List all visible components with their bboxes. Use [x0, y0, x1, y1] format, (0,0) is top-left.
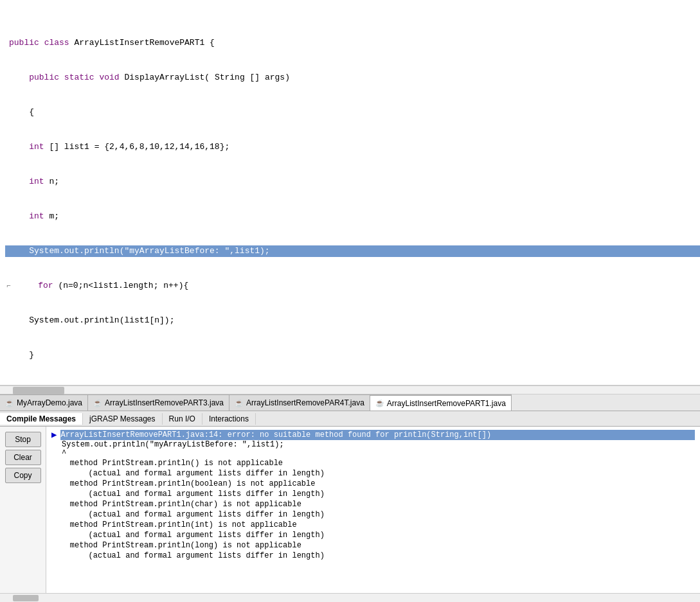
java-icon-3: ☕: [235, 399, 244, 407]
main-error-text: ArrayListInsertRemovePART1.java:14: erro…: [60, 430, 695, 440]
tab-label-4: ArrayListInsertRemovePART1.java: [387, 399, 506, 408]
error-code-ref: System.out.println("myArrayListBefore: "…: [51, 440, 695, 449]
tab-runio-label: Run I/O: [169, 414, 195, 423]
tab-run-io[interactable]: Run I/O: [163, 413, 202, 425]
code-line-7: System.out.println("myArrayListBefore: "…: [5, 245, 700, 257]
tab-interactions[interactable]: Interactions: [202, 413, 256, 425]
stop-button[interactable]: Stop: [5, 432, 41, 447]
clear-button[interactable]: Clear: [5, 450, 41, 465]
error-method-5-detail: (actual and formal argument lists differ…: [51, 551, 695, 561]
code-line-9: System.out.println(list1[n]);: [5, 315, 700, 326]
error-method-2-detail: (actual and formal argument lists differ…: [51, 489, 695, 499]
error-method-1-detail: (actual and formal argument lists differ…: [51, 468, 695, 479]
tab-bar: ☕ MyArrayDemo.java ☕ ArrayListInsertRemo…: [0, 394, 700, 411]
code-line-10: }: [5, 350, 700, 361]
code-line-11: System.out.print("myArrayListNow: ",list…: [5, 384, 700, 385]
tab-arraylistpart1[interactable]: ☕ ArrayListInsertRemovePART1.java: [370, 394, 512, 411]
copy-button[interactable]: Copy: [5, 468, 41, 483]
error-output: ▶ ArrayListInsertRemovePART1.java:14: er…: [46, 427, 700, 593]
tab-compile-messages[interactable]: Compile Messages: [0, 413, 83, 425]
code-editor[interactable]: public class ArrayListInsertRemovePART1 …: [0, 0, 700, 385]
tab-interactions-label: Interactions: [209, 414, 249, 423]
code-line-1: public class ArrayListInsertRemovePART1 …: [5, 37, 700, 49]
code-line-2: public static void DisplayArrayList( Str…: [5, 72, 700, 84]
message-tabs: Compile Messages jGRASP Messages Run I/O…: [0, 411, 700, 427]
code-line-3: {: [5, 107, 700, 118]
code-line-8: ⌐ for (n=0;n<list1.length; n++){: [5, 280, 700, 292]
code-line-5: int n;: [5, 176, 700, 188]
error-method-1: method PrintStream.println() is not appl…: [51, 458, 695, 468]
tab-label-2: ArrayListInsertRemovePART3.java: [105, 398, 224, 407]
java-icon-1: ☕: [5, 399, 14, 407]
java-icon-4: ☕: [375, 399, 384, 407]
code-line-6: int m;: [5, 211, 700, 222]
tab-jgrasp-label: jGRASP Messages: [89, 414, 156, 423]
bottom-horizontal-scrollbar[interactable]: [0, 593, 700, 602]
horizontal-scrollbar[interactable]: [0, 385, 700, 394]
tab-label-3: ArrayListInsertRemovePAR4T.java: [246, 398, 364, 407]
tab-label-1: MyArrayDemo.java: [17, 398, 82, 407]
error-method-4-detail: (actual and formal argument lists differ…: [51, 530, 695, 540]
button-panel: Stop Clear Copy: [0, 427, 46, 593]
code-content: public class ArrayListInsertRemovePART1 …: [0, 0, 700, 385]
error-caret: ^: [51, 449, 695, 458]
tab-compile-label: Compile Messages: [6, 414, 76, 423]
tab-myarraydemo[interactable]: ☕ MyArrayDemo.java: [0, 394, 88, 411]
error-method-2: method PrintStream.println(boolean) is n…: [51, 479, 695, 489]
tab-arraylistpart3[interactable]: ☕ ArrayListInsertRemovePART3.java: [88, 394, 229, 411]
tab-jgrasp-messages[interactable]: jGRASP Messages: [83, 413, 163, 425]
error-arrow-icon: ▶: [51, 429, 57, 440]
code-line-4: int [] list1 = {2,4,6,8,10,12,14,16,18};: [5, 141, 700, 153]
error-method-5: method PrintStream.println(long) is not …: [51, 540, 695, 551]
error-method-4: method PrintStream.println(int) is not a…: [51, 520, 695, 530]
java-icon-2: ☕: [93, 399, 102, 407]
error-method-3: method PrintStream.println(char) is not …: [51, 499, 695, 509]
bottom-panel: Compile Messages jGRASP Messages Run I/O…: [0, 411, 700, 602]
error-method-3-detail: (actual and formal argument lists differ…: [51, 509, 695, 520]
compile-area: Stop Clear Copy ▶ ArrayListInsertRemoveP…: [0, 427, 700, 593]
tab-arraylistpar4t[interactable]: ☕ ArrayListInsertRemovePAR4T.java: [229, 394, 370, 411]
